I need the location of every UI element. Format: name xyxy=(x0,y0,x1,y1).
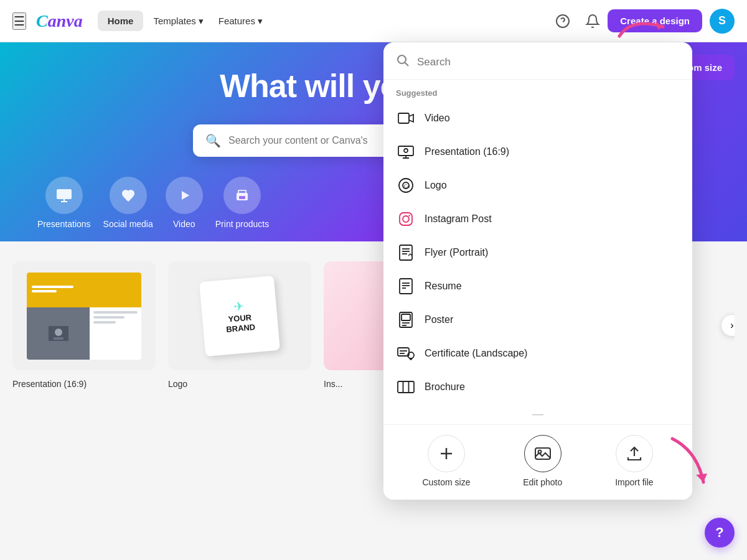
plane-icon: ✈ xyxy=(223,297,254,315)
next-cards-button[interactable]: › xyxy=(721,314,735,337)
dropdown-item-presentation[interactable]: Presentation (16:9) xyxy=(383,135,692,169)
question-icon xyxy=(555,14,570,29)
flyer-item-icon xyxy=(396,243,416,263)
dropdown-item-brochure-label: Brochure xyxy=(425,381,465,393)
svg-rect-28 xyxy=(400,245,412,260)
svg-text:Co: Co xyxy=(404,184,410,189)
chevron-down-icon: ▾ xyxy=(258,16,263,27)
svg-rect-44 xyxy=(398,381,414,393)
dropdown-item-resume[interactable]: Resume xyxy=(383,269,692,303)
svg-rect-25 xyxy=(400,213,412,225)
create-design-dropdown: Suggested Video Presentation (16:9) Co L… xyxy=(383,42,692,500)
scroll-indicator: — xyxy=(383,404,692,424)
logo-item-icon: Co xyxy=(396,175,416,195)
features-label: Features xyxy=(218,16,255,26)
recent-card-label-presentation: Presentation (16:9) xyxy=(12,379,156,389)
edit-photo-button[interactable] xyxy=(524,435,561,472)
logo-thumbnail: ✈ YOURBRAND xyxy=(168,261,311,370)
svg-point-27 xyxy=(408,215,410,216)
dropdown-search-input[interactable] xyxy=(417,56,680,68)
templates-label: Templates xyxy=(153,16,195,26)
print-products-label: Print products xyxy=(215,219,269,229)
dropdown-item-certificate-label: Certificate (Landscape) xyxy=(425,348,527,359)
recent-card-wrapper-logo: ✈ YOURBRAND Logo xyxy=(168,261,311,389)
help-button[interactable]: ? xyxy=(705,518,735,548)
quick-link-print-products[interactable]: Print products xyxy=(215,177,269,229)
dropdown-search-row xyxy=(383,42,692,80)
dropdown-item-logo-label: Logo xyxy=(425,180,447,191)
upload-icon xyxy=(626,445,643,462)
dropdown-search-icon xyxy=(396,54,410,70)
recent-card-presentation[interactable] xyxy=(12,261,156,370)
social-media-icon xyxy=(110,177,147,214)
quick-link-social-media[interactable]: Social media xyxy=(103,177,153,229)
canva-logo[interactable]: Canva xyxy=(36,11,83,31)
svg-rect-7 xyxy=(239,196,245,199)
svg-rect-10 xyxy=(54,337,63,340)
dropdown-item-resume-label: Resume xyxy=(425,281,462,292)
social-media-label: Social media xyxy=(103,219,153,229)
poster-item-icon xyxy=(396,310,416,330)
certificate-item-icon xyxy=(396,343,416,363)
svg-point-9 xyxy=(55,329,62,336)
dropdown-item-presentation-label: Presentation (16:9) xyxy=(425,146,509,157)
arrow-down-indicator xyxy=(660,432,722,495)
svg-line-15 xyxy=(405,63,409,67)
dropdown-item-video-label: Video xyxy=(425,113,450,124)
import-file-action[interactable]: Import file xyxy=(615,435,653,487)
quick-link-video[interactable]: Video xyxy=(166,177,203,229)
dropdown-suggested-label: Suggested xyxy=(383,80,692,101)
svg-rect-37 xyxy=(402,314,410,320)
video-icon xyxy=(166,177,203,214)
custom-size-button[interactable] xyxy=(428,435,465,472)
dropdown-item-flyer-label: Flyer (Portrait) xyxy=(425,247,488,258)
dropdown-item-brochure[interactable]: Brochure xyxy=(383,370,692,404)
dropdown-item-instagram-label: Instagram Post xyxy=(425,213,492,225)
svg-rect-2 xyxy=(57,189,72,199)
dropdown-item-flyer[interactable]: Flyer (Portrait) xyxy=(383,236,692,269)
recent-card-label-logo: Logo xyxy=(168,379,311,389)
plus-icon xyxy=(438,445,455,462)
help-icon-btn[interactable] xyxy=(550,9,575,34)
svg-rect-16 xyxy=(398,113,409,123)
dropdown-item-instagram[interactable]: Instagram Post xyxy=(383,202,692,236)
dropdown-item-poster[interactable]: Poster xyxy=(383,303,692,337)
svg-point-26 xyxy=(403,216,409,222)
edit-photo-label: Edit photo xyxy=(523,477,562,487)
logo-brand-text: YOURBRAND xyxy=(225,312,255,334)
recent-card-wrapper-presentation: Presentation (16:9) xyxy=(12,261,156,389)
import-file-button[interactable] xyxy=(616,435,653,472)
dropdown-item-certificate[interactable]: Certificate (Landscape) xyxy=(383,337,692,370)
features-nav[interactable]: Features ▾ xyxy=(211,11,270,32)
search-icon: 🔍 xyxy=(205,133,221,148)
custom-size-label: Custom size xyxy=(422,477,470,487)
resume-item-icon xyxy=(396,276,416,296)
presentation-thumbnail xyxy=(12,261,156,370)
presentations-icon xyxy=(45,177,83,214)
svg-point-21 xyxy=(404,149,408,152)
svg-marker-5 xyxy=(182,191,189,200)
svg-point-14 xyxy=(398,55,406,63)
hamburger-menu[interactable]: ☰ xyxy=(12,12,26,30)
dropdown-item-logo[interactable]: Co Logo xyxy=(383,169,692,202)
svg-rect-18 xyxy=(398,146,413,156)
avatar[interactable]: S xyxy=(710,9,735,34)
dropdown-item-poster-label: Poster xyxy=(425,314,453,325)
custom-size-action[interactable]: Custom size xyxy=(422,435,470,487)
notifications-icon-btn[interactable] xyxy=(580,9,605,34)
svg-rect-32 xyxy=(400,279,412,294)
chevron-down-icon: ▾ xyxy=(199,16,204,27)
bell-icon xyxy=(585,14,600,29)
import-file-label: Import file xyxy=(615,477,653,487)
instagram-item-icon xyxy=(396,209,416,229)
edit-photo-action[interactable]: Edit photo xyxy=(523,435,562,487)
svg-marker-52 xyxy=(696,474,707,482)
templates-nav[interactable]: Templates ▾ xyxy=(146,11,210,32)
quick-link-presentations[interactable]: Presentations xyxy=(37,177,91,229)
recent-card-logo[interactable]: ✈ YOURBRAND xyxy=(168,261,311,370)
image-edit-icon xyxy=(534,445,552,462)
home-button[interactable]: Home xyxy=(98,11,144,31)
presentations-label: Presentations xyxy=(37,219,91,229)
video-label: Video xyxy=(173,219,195,229)
dropdown-item-video[interactable]: Video xyxy=(383,101,692,135)
